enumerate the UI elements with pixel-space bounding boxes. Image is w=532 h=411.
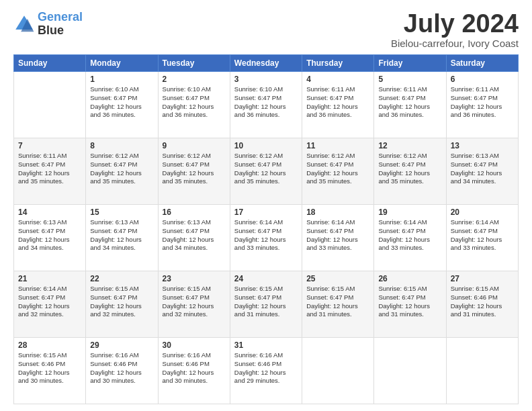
week-row-4: 21Sunrise: 6:14 AM Sunset: 6:47 PM Dayli… [14,271,519,338]
day-info: Sunrise: 6:13 AM Sunset: 6:47 PM Dayligh… [451,152,514,186]
day-number: 8 [90,141,153,150]
day-info: Sunrise: 6:15 AM Sunset: 6:46 PM Dayligh… [451,285,514,319]
day-number: 14 [18,208,81,217]
calendar-cell: 2Sunrise: 6:10 AM Sunset: 6:47 PM Daylig… [158,72,230,138]
calendar-table: SundayMondayTuesdayWednesdayThursdayFrid… [13,54,519,404]
day-info: Sunrise: 6:12 AM Sunset: 6:47 PM Dayligh… [306,152,369,186]
day-info: Sunrise: 6:15 AM Sunset: 6:47 PM Dayligh… [90,285,153,319]
day-info: Sunrise: 6:11 AM Sunset: 6:47 PM Dayligh… [18,152,81,186]
day-number: 27 [451,274,514,283]
day-info: Sunrise: 6:14 AM Sunset: 6:47 PM Dayligh… [234,218,298,253]
day-number: 1 [90,75,153,84]
week-row-5: 28Sunrise: 6:15 AM Sunset: 6:46 PM Dayli… [14,338,519,404]
week-row-3: 14Sunrise: 6:13 AM Sunset: 6:47 PM Dayli… [14,205,519,271]
calendar-cell: 24Sunrise: 6:15 AM Sunset: 6:47 PM Dayli… [230,271,302,338]
calendar-cell: 7Sunrise: 6:11 AM Sunset: 6:47 PM Daylig… [14,138,86,205]
calendar-cell: 13Sunrise: 6:13 AM Sunset: 6:47 PM Dayli… [446,138,518,205]
day-info: Sunrise: 6:14 AM Sunset: 6:47 PM Dayligh… [378,218,441,253]
day-number: 18 [306,208,369,217]
calendar-cell: 29Sunrise: 6:16 AM Sunset: 6:46 PM Dayli… [86,338,158,404]
calendar-cell: 3Sunrise: 6:10 AM Sunset: 6:47 PM Daylig… [230,72,302,138]
day-number: 12 [378,141,441,150]
day-info: Sunrise: 6:15 AM Sunset: 6:47 PM Dayligh… [163,285,226,319]
calendar-cell: 10Sunrise: 6:12 AM Sunset: 6:47 PM Dayli… [230,138,302,205]
calendar-cell [374,338,446,404]
calendar-cell: 5Sunrise: 6:11 AM Sunset: 6:47 PM Daylig… [374,72,446,138]
logo-icon [13,13,35,35]
day-info: Sunrise: 6:16 AM Sunset: 6:46 PM Dayligh… [234,351,298,385]
day-info: Sunrise: 6:15 AM Sunset: 6:47 PM Dayligh… [306,285,369,319]
calendar-cell: 27Sunrise: 6:15 AM Sunset: 6:46 PM Dayli… [446,271,518,338]
calendar-cell [302,338,374,404]
day-info: Sunrise: 6:10 AM Sunset: 6:47 PM Dayligh… [234,85,298,120]
location: Bielou-carrefour, Ivory Coast [391,38,519,49]
day-info: Sunrise: 6:10 AM Sunset: 6:47 PM Dayligh… [90,85,153,120]
calendar-cell: 11Sunrise: 6:12 AM Sunset: 6:47 PM Dayli… [302,138,374,205]
day-number: 15 [90,208,153,217]
day-number: 28 [18,340,81,350]
day-info: Sunrise: 6:14 AM Sunset: 6:47 PM Dayligh… [18,285,81,319]
day-info: Sunrise: 6:13 AM Sunset: 6:47 PM Dayligh… [18,218,81,253]
day-number: 5 [378,75,441,84]
day-number: 2 [163,75,226,84]
weekday-header-tuesday: Tuesday [158,55,230,72]
day-number: 25 [306,274,369,283]
month-title: July 2024 [391,11,519,36]
calendar-cell: 15Sunrise: 6:13 AM Sunset: 6:47 PM Dayli… [86,205,158,271]
day-number: 9 [163,141,226,150]
day-number: 19 [378,208,441,217]
day-info: Sunrise: 6:15 AM Sunset: 6:46 PM Dayligh… [18,351,81,385]
calendar-cell: 16Sunrise: 6:13 AM Sunset: 6:47 PM Dayli… [158,205,230,271]
day-number: 13 [451,141,514,150]
day-number: 10 [234,141,298,150]
day-info: Sunrise: 6:12 AM Sunset: 6:47 PM Dayligh… [90,152,153,186]
calendar-cell: 6Sunrise: 6:11 AM Sunset: 6:47 PM Daylig… [446,72,518,138]
day-number: 6 [451,75,514,84]
day-info: Sunrise: 6:11 AM Sunset: 6:47 PM Dayligh… [306,85,369,120]
calendar-cell [14,72,86,138]
calendar-cell: 28Sunrise: 6:15 AM Sunset: 6:46 PM Dayli… [14,338,86,404]
day-info: Sunrise: 6:16 AM Sunset: 6:46 PM Dayligh… [90,351,153,385]
day-number: 17 [234,208,298,217]
day-number: 7 [18,141,81,150]
day-info: Sunrise: 6:14 AM Sunset: 6:47 PM Dayligh… [306,218,369,253]
day-number: 31 [234,340,298,350]
weekday-header-saturday: Saturday [446,55,518,72]
title-block: July 2024 Bielou-carrefour, Ivory Coast [391,11,519,49]
day-number: 21 [18,274,81,283]
day-info: Sunrise: 6:15 AM Sunset: 6:47 PM Dayligh… [378,285,441,319]
calendar-cell: 30Sunrise: 6:16 AM Sunset: 6:46 PM Dayli… [158,338,230,404]
day-info: Sunrise: 6:12 AM Sunset: 6:47 PM Dayligh… [378,152,441,186]
calendar-cell: 20Sunrise: 6:14 AM Sunset: 6:47 PM Dayli… [446,205,518,271]
calendar-cell: 17Sunrise: 6:14 AM Sunset: 6:47 PM Dayli… [230,205,302,271]
day-number: 16 [163,208,226,217]
day-info: Sunrise: 6:12 AM Sunset: 6:47 PM Dayligh… [163,152,226,186]
day-info: Sunrise: 6:13 AM Sunset: 6:47 PM Dayligh… [163,218,226,253]
calendar-cell: 21Sunrise: 6:14 AM Sunset: 6:47 PM Dayli… [14,271,86,338]
logo-text: General Blue [38,11,83,38]
weekday-header-friday: Friday [374,55,446,72]
weekday-header-row: SundayMondayTuesdayWednesdayThursdayFrid… [14,55,519,72]
day-number: 20 [451,208,514,217]
day-number: 24 [234,274,298,283]
weekday-header-sunday: Sunday [14,55,86,72]
weekday-header-thursday: Thursday [302,55,374,72]
calendar-cell: 22Sunrise: 6:15 AM Sunset: 6:47 PM Dayli… [86,271,158,338]
calendar-cell: 31Sunrise: 6:16 AM Sunset: 6:46 PM Dayli… [230,338,302,404]
calendar-cell: 26Sunrise: 6:15 AM Sunset: 6:47 PM Dayli… [374,271,446,338]
calendar-cell: 14Sunrise: 6:13 AM Sunset: 6:47 PM Dayli… [14,205,86,271]
page: General Blue July 2024 Bielou-carrefour,… [0,0,532,411]
day-number: 22 [90,274,153,283]
day-number: 3 [234,75,298,84]
day-info: Sunrise: 6:16 AM Sunset: 6:46 PM Dayligh… [163,351,226,385]
calendar-cell: 19Sunrise: 6:14 AM Sunset: 6:47 PM Dayli… [374,205,446,271]
calendar-cell [446,338,518,404]
calendar-cell: 18Sunrise: 6:14 AM Sunset: 6:47 PM Dayli… [302,205,374,271]
calendar-cell: 9Sunrise: 6:12 AM Sunset: 6:47 PM Daylig… [158,138,230,205]
day-number: 30 [163,340,226,350]
calendar-cell: 1Sunrise: 6:10 AM Sunset: 6:47 PM Daylig… [86,72,158,138]
week-row-2: 7Sunrise: 6:11 AM Sunset: 6:47 PM Daylig… [14,138,519,205]
day-info: Sunrise: 6:14 AM Sunset: 6:47 PM Dayligh… [451,218,514,253]
day-info: Sunrise: 6:13 AM Sunset: 6:47 PM Dayligh… [90,218,153,253]
header: General Blue July 2024 Bielou-carrefour,… [13,11,519,49]
